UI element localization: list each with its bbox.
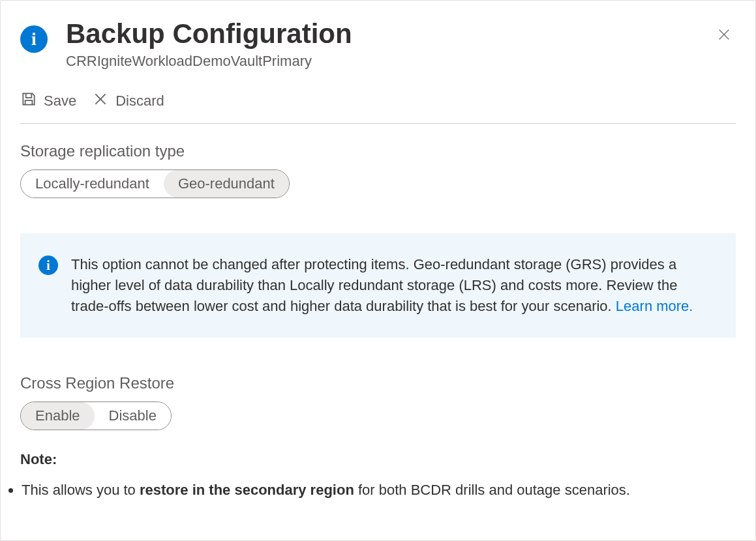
crr-toggle[interactable]: Enable Disable	[20, 402, 172, 430]
note-suffix: for both BCDR drills and outage scenario…	[354, 482, 630, 498]
info-icon: i	[20, 25, 48, 53]
discard-label: Discard	[115, 93, 164, 110]
note-heading: Note:	[1, 430, 755, 468]
storage-replication-label: Storage replication type	[1, 142, 755, 160]
callout-body: This option cannot be changed after prot…	[71, 256, 677, 314]
option-locally-redundant[interactable]: Locally-redundant	[21, 170, 164, 197]
note-list: This allows you to restore in the second…	[7, 468, 755, 501]
note-bullet: This allows you to restore in the second…	[22, 480, 736, 501]
info-callout: i This option cannot be changed after pr…	[20, 233, 736, 338]
divider	[20, 123, 736, 124]
save-icon	[20, 91, 37, 111]
callout-text: This option cannot be changed after prot…	[71, 254, 718, 317]
discard-button[interactable]: Discard	[92, 91, 164, 111]
info-icon: i	[38, 256, 58, 275]
storage-replication-toggle[interactable]: Locally-redundant Geo-redundant	[20, 169, 290, 198]
close-button[interactable]	[712, 23, 736, 46]
panel-header: i Backup Configuration CRRIgniteWorkload…	[1, 19, 755, 70]
close-icon	[717, 27, 731, 42]
save-label: Save	[44, 93, 76, 110]
crr-label: Cross Region Restore	[1, 374, 755, 392]
option-enable[interactable]: Enable	[21, 402, 95, 430]
note-prefix: This allows you to	[22, 482, 140, 498]
learn-more-link[interactable]: Learn more.	[616, 298, 693, 314]
save-button[interactable]: Save	[20, 91, 76, 111]
backup-config-panel: i Backup Configuration CRRIgniteWorkload…	[0, 0, 756, 541]
option-geo-redundant[interactable]: Geo-redundant	[164, 170, 289, 197]
vault-name: CRRIgniteWorkloadDemoVaultPrimary	[66, 53, 712, 70]
page-title: Backup Configuration	[66, 19, 712, 49]
option-disable[interactable]: Disable	[95, 402, 171, 430]
note-bold: restore in the secondary region	[140, 482, 354, 498]
command-bar: Save Discard	[1, 70, 755, 123]
discard-icon	[92, 91, 109, 111]
header-text-block: Backup Configuration CRRIgniteWorkloadDe…	[66, 19, 712, 70]
